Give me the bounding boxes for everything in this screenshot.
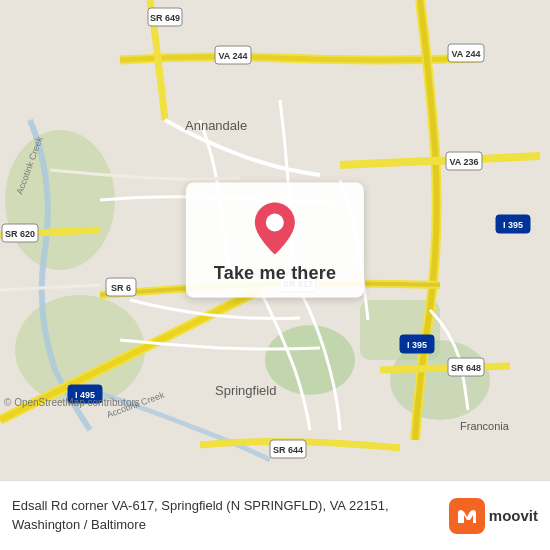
map-attribution: © OpenStreetMap contributors	[4, 397, 140, 408]
svg-point-35	[266, 214, 284, 232]
svg-text:SR 6: SR 6	[111, 283, 131, 293]
moovit-icon-svg	[454, 503, 480, 529]
svg-text:SR 620: SR 620	[5, 229, 35, 239]
svg-rect-36	[454, 503, 480, 529]
footer: Edsall Rd corner VA-617, Springfield (N …	[0, 480, 550, 550]
moovit-logo[interactable]: moovit	[449, 498, 538, 534]
svg-text:Springfield: Springfield	[215, 383, 276, 398]
attribution-text: © OpenStreetMap contributors	[4, 397, 140, 408]
svg-text:SR 648: SR 648	[451, 363, 481, 373]
svg-text:I 395: I 395	[503, 220, 523, 230]
svg-text:I 395: I 395	[407, 340, 427, 350]
footer-address: Edsall Rd corner VA-617, Springfield (N …	[12, 497, 439, 533]
svg-text:VA 244: VA 244	[451, 49, 480, 59]
take-me-there-button[interactable]: Take me there	[214, 263, 336, 284]
map-container: SR 649 VA 244 VA 244 VA 236 SR 620 SR 6 …	[0, 0, 550, 480]
take-me-there-container: Take me there	[186, 183, 364, 298]
button-overlay: Take me there	[186, 183, 364, 298]
svg-text:Annandale: Annandale	[185, 118, 247, 133]
svg-point-1	[5, 130, 115, 270]
svg-text:VA 236: VA 236	[449, 157, 478, 167]
location-pin-icon	[251, 201, 299, 257]
moovit-brand-name: moovit	[489, 507, 538, 524]
location-pin-wrapper	[251, 201, 299, 249]
svg-text:VA 244: VA 244	[218, 51, 247, 61]
moovit-logo-icon	[449, 498, 485, 534]
svg-text:SR 644: SR 644	[273, 445, 303, 455]
svg-text:Franconia: Franconia	[460, 420, 510, 432]
svg-point-3	[265, 325, 355, 395]
svg-text:SR 649: SR 649	[150, 13, 180, 23]
